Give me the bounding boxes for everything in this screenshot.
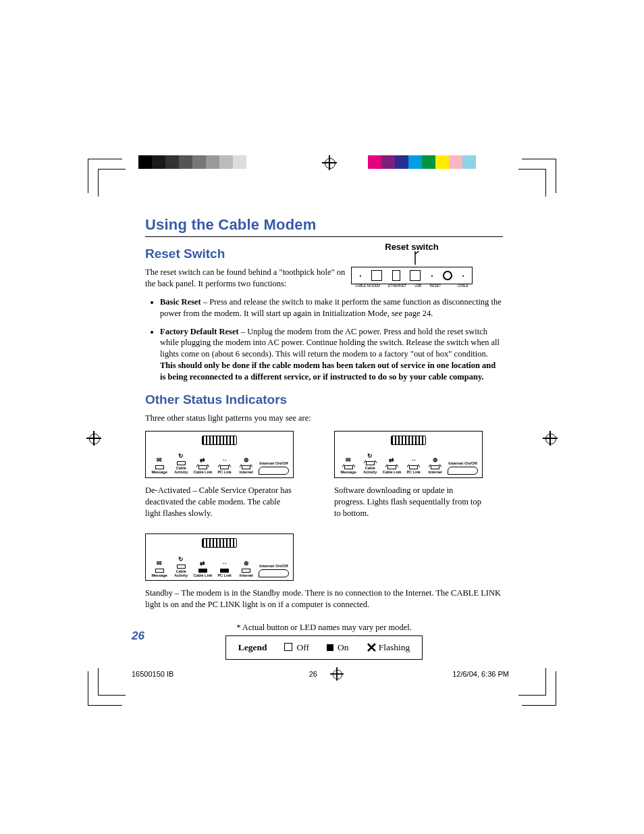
footer-page: 26	[309, 670, 317, 678]
modem-figure-standby: ✉Message ↻Cable Activity ⇄Cable Link ↔PC…	[145, 533, 294, 581]
on-symbol-icon	[327, 644, 333, 651]
envelope-icon: ✉	[339, 457, 358, 464]
legend-off: Off	[284, 642, 309, 653]
footer-doc-id: 16500150 IB	[132, 670, 173, 678]
registration-crosshair-icon	[330, 667, 344, 681]
vent-icon	[202, 538, 237, 548]
footer-timestamp: 12/6/04, 6:36 PM	[452, 670, 509, 678]
crop-mark-icon	[518, 668, 546, 696]
registration-crosshair-icon	[543, 431, 558, 446]
page-content: Using the Cable Modem Reset Switch The r…	[145, 216, 503, 660]
legend-title: Legend	[238, 642, 267, 653]
legend-note: * Actual button or LED names may vary pe…	[145, 623, 503, 633]
caption-deactivated: De-Activated – Cable Service Operator ha…	[145, 485, 294, 519]
pc-icon: ↔	[215, 457, 234, 464]
legend-section: * Actual button or LED names may vary pe…	[145, 623, 503, 660]
pc-icon: ↔	[404, 457, 423, 464]
registration-crosshair-icon	[322, 155, 337, 170]
page-number: 26	[132, 629, 144, 643]
bullet-basic-reset: Basic Reset – Press and release the swit…	[160, 296, 503, 319]
page: Reset switch ● ● ● CABLE MODEM ETHERNET …	[0, 0, 644, 834]
envelope-icon: ✉	[150, 457, 169, 464]
crop-mark-icon	[98, 668, 126, 696]
reset-bullet-list: Basic Reset – Press and release the swit…	[145, 296, 503, 383]
activity-icon: ↻	[171, 556, 190, 563]
globe-icon: ⊕	[426, 457, 445, 464]
link-icon: ⇄	[193, 561, 212, 567]
caption-standby: Standby – The modem is in the Standby mo…	[145, 588, 503, 610]
section-heading-reset: Reset Switch	[145, 246, 503, 261]
cmyk-swatches-left	[138, 155, 246, 169]
globe-icon: ⊕	[237, 561, 256, 567]
chapter-title: Using the Cable Modem	[145, 216, 503, 237]
section-heading-indicators: Other Status Indicators	[145, 392, 503, 407]
indicators-intro: Three other status light patterns you ma…	[145, 413, 503, 424]
registration-crosshair-icon	[86, 431, 101, 446]
activity-icon: ↻	[171, 453, 190, 460]
link-icon: ⇄	[193, 457, 212, 464]
pc-icon: ↔	[215, 561, 234, 567]
vent-icon	[391, 436, 426, 445]
modem-figure-deactivated: ✉Message ↻Cable Activity ⇄Cable Link ↔PC…	[145, 431, 294, 519]
legend-flashing: ✕ Flashing	[366, 640, 410, 656]
envelope-icon: ✉	[150, 561, 169, 567]
off-symbol-icon	[284, 643, 292, 651]
crop-mark-icon	[98, 169, 126, 197]
legend-box: Legend Off On ✕ Flashing	[225, 635, 423, 660]
globe-icon: ⊕	[237, 457, 256, 464]
bullet-factory-reset: Factory Default Reset – Unplug the modem…	[160, 326, 503, 383]
flashing-symbol-icon: ✕	[366, 640, 373, 655]
legend-on: On	[327, 642, 349, 653]
modem-figure-downloading: ✉Message ↻Cable Activity ⇄Cable Link ↔PC…	[334, 431, 483, 519]
link-icon: ⇄	[382, 457, 401, 464]
caption-downloading: Software downloading or update in progre…	[334, 485, 483, 519]
vent-icon	[202, 436, 237, 445]
activity-icon: ↻	[360, 453, 379, 460]
reset-intro: The reset switch can be found behind a "…	[145, 267, 348, 290]
crop-mark-icon	[518, 169, 546, 197]
print-footer: 16500150 IB 26 12/6/04, 6:36 PM	[132, 670, 509, 678]
modem-figures-row-1: ✉Message ↻Cable Activity ⇄Cable Link ↔PC…	[145, 431, 503, 519]
cmyk-swatches-right	[368, 155, 476, 169]
